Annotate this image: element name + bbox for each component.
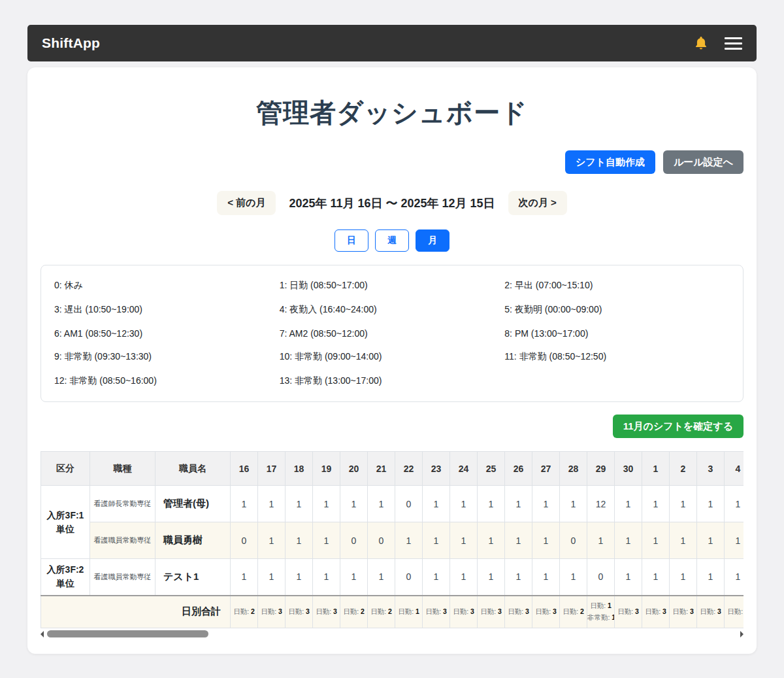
shift-cell: 1 [532,559,560,596]
shift-cell: 1 [313,522,340,559]
shift-table-container: 区分職種職員名161718192021222324252627282930123… [41,451,743,628]
shift-cell: 0 [560,522,587,559]
shift-cell: 1 [423,486,450,522]
shift-cell: 0 [368,522,395,559]
column-header: 職員名 [155,452,231,486]
scroll-right-arrow-icon[interactable] [740,631,743,637]
legend-item: 13: 非常勤 (13:00~17:00) [280,375,505,387]
shift-cell: 1 [697,559,725,596]
legend-item: 6: AM1 (08:50~12:30) [54,328,280,339]
daily-total-cell: 日勤: 1非常勤: 1 [587,596,615,628]
shift-cell: 1 [615,486,642,522]
legend-item: 8: PM (13:00~17:00) [504,328,730,339]
confirm-row: 11月のシフトを確定する [41,415,743,438]
shift-cell: 1 [231,486,258,522]
day-column-header: 18 [286,452,313,486]
staff-name-cell: 管理者(母) [155,486,231,522]
day-column-header: 22 [395,452,423,486]
shift-cell: 1 [532,522,560,559]
shift-cell: 1 [505,522,532,559]
day-column-header: 3 [697,452,725,486]
view-toggle-option-1[interactable]: 週 [375,229,409,252]
shift-cell: 1 [587,522,615,559]
confirm-shift-button[interactable]: 11月のシフトを確定する [613,415,743,438]
scrollbar-track[interactable] [46,630,738,637]
staff-row: 入所3F:1単位看護師長常勤専従管理者(母)111111011111112111… [41,486,744,522]
prev-month-button[interactable]: < 前の月 [217,191,276,215]
app-brand: ShiftApp [42,35,100,51]
day-column-header: 28 [560,452,587,486]
unit-cell: 入所3F:2単位 [41,559,90,596]
legend-item: 3: 遅出 (10:50~19:00) [54,304,280,316]
next-month-button[interactable]: 次の月 > [508,191,567,215]
hamburger-menu-icon[interactable] [725,34,742,53]
shift-cell: 12 [587,486,615,522]
period-navigation: < 前の月 2025年 11月 16日 〜 2025年 12月 15日 次の月 … [41,191,743,215]
shift-cell: 1 [642,486,670,522]
shift-cell: 1 [368,486,395,522]
shift-cell: 0 [587,559,615,596]
shift-cell: 1 [231,559,258,596]
legend-item: 2: 早出 (07:00~15:10) [504,280,730,292]
daily-total-cell: 日勤: 3 [642,596,670,628]
shift-cell: 1 [615,559,642,596]
scrollbar-thumb[interactable] [47,630,208,637]
notification-bell-icon[interactable] [693,35,709,51]
table-header-row: 区分職種職員名161718192021222324252627282930123… [41,452,744,486]
shift-cell: 1 [725,559,744,596]
shift-cell: 1 [670,522,697,559]
auto-create-shift-button[interactable]: シフト自動作成 [565,150,655,174]
legend-item: 10: 非常勤 (09:00~14:00) [280,351,505,363]
view-toggle: 日週月 [41,229,743,252]
day-column-header: 23 [423,452,450,486]
shift-cell: 1 [670,559,697,596]
shift-cell: 1 [313,486,340,522]
daily-total-cell: 日勤: 3 [423,596,450,628]
daily-total-cell: 日勤: 2 [560,596,587,628]
horizontal-scrollbar[interactable] [41,629,743,639]
daily-total-cell: 日勤: 3 [478,596,505,628]
legend-item: 12: 非常勤 (08:50~16:00) [54,375,280,387]
shift-cell: 0 [395,486,423,522]
daily-total-label: 日別合計 [41,596,231,628]
shift-table: 区分職種職員名161718192021222324252627282930123… [41,451,743,628]
rule-settings-button[interactable]: ルール設定へ [663,150,743,174]
day-column-header: 27 [532,452,560,486]
shift-cell: 1 [697,486,725,522]
shift-cell: 1 [505,559,532,596]
shift-cell: 1 [340,559,368,596]
legend-item: 5: 夜勤明 (00:00~09:00) [504,304,730,316]
scroll-left-arrow-icon[interactable] [41,631,44,637]
day-column-header: 29 [587,452,615,486]
navbar: ShiftApp [27,25,757,61]
shift-cell: 1 [258,559,286,596]
shift-cell: 1 [697,522,725,559]
day-column-header: 20 [340,452,368,486]
daily-total-cell: 日勤: 1 [395,596,423,628]
shift-cell: 1 [642,522,670,559]
legend-item: 1: 日勤 (08:50~17:00) [280,280,505,292]
view-toggle-option-0[interactable]: 日 [335,229,368,252]
shift-cell: 1 [423,522,450,559]
shift-cell: 0 [395,559,423,596]
shift-cell: 1 [423,559,450,596]
shift-cell: 1 [450,522,478,559]
legend-item: 7: AM2 (08:50~12:00) [280,328,505,339]
view-toggle-option-2[interactable]: 月 [416,229,449,252]
shift-cell: 1 [450,486,478,522]
unit-cell: 入所3F:1単位 [41,486,90,559]
shift-cell: 1 [450,559,478,596]
page-title: 管理者ダッシュボード [41,95,743,131]
daily-total-cell: 日勤: 2 [340,596,368,628]
day-column-header: 24 [450,452,478,486]
staff-name-cell: テスト1 [155,559,231,596]
shift-cell: 1 [725,522,744,559]
daily-total-cell: 日勤: 3 [258,596,286,628]
legend-item: 0: 休み [54,280,280,292]
day-column-header: 2 [670,452,697,486]
staff-row: 入所3F:2単位看護職員常勤専従テスト11111110111111011111 [41,559,744,596]
dashboard-card: 管理者ダッシュボード シフト自動作成 ルール設定へ < 前の月 2025年 11… [27,67,757,654]
day-column-header: 16 [231,452,258,486]
shift-cell: 1 [642,559,670,596]
shift-cell: 1 [258,486,286,522]
